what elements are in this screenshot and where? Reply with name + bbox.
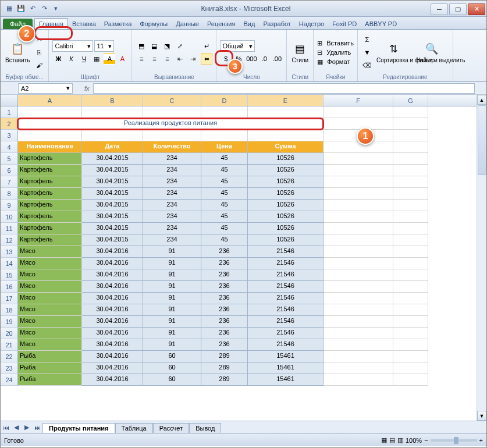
cell-name[interactable]: Картофель — [18, 223, 82, 234]
cell-date[interactable]: 30.04.2016 — [82, 362, 143, 374]
sort-filter-button[interactable]: ⇅ Сортировка и фильтр — [375, 41, 413, 65]
cell-date[interactable]: 30.04.2015 — [82, 234, 143, 246]
indent-decrease-icon[interactable]: ⇤ — [174, 53, 186, 65]
cell-date[interactable]: 30.04.2016 — [82, 304, 143, 316]
sheet-nav-first-icon[interactable]: ⏮ — [1, 422, 11, 433]
rowhead-18[interactable]: 18 — [1, 304, 18, 316]
cell-sum[interactable]: 21546 — [248, 246, 324, 258]
cell-qty[interactable]: 91 — [143, 258, 201, 269]
sheet-tab-1[interactable]: Таблица — [115, 423, 153, 433]
tab-view[interactable]: Вид — [239, 19, 259, 29]
cell-qty[interactable]: 234 — [143, 165, 201, 176]
cell-sum[interactable]: 10526 — [248, 211, 324, 223]
rowhead-24[interactable]: 24 — [1, 374, 18, 386]
zoom-slider[interactable] — [431, 439, 477, 442]
tab-formulas[interactable]: Формулы — [136, 19, 172, 29]
cell-price[interactable]: 45 — [201, 188, 248, 200]
scroll-down-icon[interactable]: ▼ — [477, 411, 486, 421]
rowhead-17[interactable]: 17 — [1, 293, 18, 304]
cell-price[interactable]: 45 — [201, 234, 248, 246]
redo-icon[interactable]: ↷ — [39, 3, 49, 14]
format-painter-icon[interactable]: 🖌 — [33, 59, 45, 71]
cell-date[interactable]: 30.04.2016 — [82, 269, 143, 281]
rowhead-14[interactable]: 14 — [1, 258, 18, 269]
cell-qty[interactable]: 91 — [143, 246, 201, 258]
cells-area[interactable]: Реализация продуктов питания Наименовани… — [18, 106, 428, 386]
cell-qty[interactable]: 91 — [143, 304, 201, 316]
colhead-f[interactable]: F — [324, 95, 393, 106]
underline-button[interactable]: Ч — [78, 53, 90, 65]
tab-layout[interactable]: Разметка — [100, 19, 136, 29]
cell-qty[interactable]: 60 — [143, 351, 201, 362]
cell-price[interactable]: 45 — [201, 223, 248, 234]
table-row[interactable]: Картофель30.04.20152344510526 — [18, 176, 428, 188]
cell-qty[interactable]: 234 — [143, 188, 201, 200]
rowhead-7[interactable]: 7 — [1, 176, 18, 188]
fill-color-icon[interactable]: A — [104, 53, 115, 65]
rowhead-5[interactable]: 5 — [1, 153, 18, 165]
minimize-button[interactable]: ─ — [431, 3, 448, 15]
cell-qty[interactable]: 91 — [143, 269, 201, 281]
maximize-button[interactable]: ▢ — [449, 3, 467, 15]
cell-sum[interactable]: 21546 — [248, 316, 324, 328]
table-row[interactable]: Мясо30.04.20169123621546 — [18, 328, 428, 339]
cell-price[interactable]: 236 — [201, 258, 248, 269]
fx-icon[interactable]: fx — [84, 85, 90, 92]
cell-date[interactable]: 30.04.2016 — [82, 258, 143, 269]
insert-cells-button[interactable]: ⊞ Вставить — [317, 40, 354, 47]
wrap-text-icon[interactable]: ↵ — [201, 40, 212, 52]
table-row[interactable]: Картофель30.04.20152344510526 — [18, 188, 428, 200]
cell-name[interactable]: Мясо — [18, 304, 82, 316]
cell-price[interactable]: 45 — [201, 211, 248, 223]
zoom-out-icon[interactable]: − — [424, 437, 428, 444]
table-row[interactable]: Картофель30.04.20152344510526 — [18, 211, 428, 223]
cell-name[interactable]: Мясо — [18, 281, 82, 293]
cell-sum[interactable]: 15461 — [248, 351, 324, 362]
cell-price[interactable]: 289 — [201, 362, 248, 374]
cell-price[interactable]: 236 — [201, 246, 248, 258]
rowhead-6[interactable]: 6 — [1, 165, 18, 176]
cell-date[interactable]: 30.04.2016 — [82, 339, 143, 351]
align-left-icon[interactable]: ≡ — [136, 53, 147, 65]
autosum-icon[interactable]: Σ — [361, 34, 373, 45]
colhead-e[interactable]: E — [248, 95, 324, 106]
colhead-c[interactable]: C — [143, 95, 201, 106]
cell-name[interactable]: Картофель — [18, 234, 82, 246]
table-row[interactable]: Картофель30.04.20152344510526 — [18, 153, 428, 165]
table-row[interactable]: Мясо30.04.20169123621546 — [18, 281, 428, 293]
rowhead-21[interactable]: 21 — [1, 339, 18, 351]
cell-sum[interactable]: 15461 — [248, 362, 324, 374]
table-row[interactable]: Картофель30.04.20152344510526 — [18, 165, 428, 176]
tab-home[interactable]: Главная — [34, 18, 68, 29]
sheet-title-cell[interactable]: Реализация продуктов питания — [18, 118, 324, 130]
colhead-b[interactable]: B — [82, 95, 143, 106]
cell-name[interactable]: Мясо — [18, 328, 82, 339]
tab-addins[interactable]: Надстро — [295, 19, 328, 29]
sheet-tab-3[interactable]: Вывод — [189, 423, 221, 433]
cell-sum[interactable]: 21546 — [248, 293, 324, 304]
tab-review[interactable]: Рецензия — [203, 19, 240, 29]
zoom-in-icon[interactable]: + — [479, 437, 483, 444]
cell-name[interactable]: Рыба — [18, 374, 82, 386]
clear-icon[interactable]: ⌫ — [361, 59, 373, 71]
font-color-icon[interactable]: A — [116, 53, 128, 65]
align-bottom-icon[interactable]: ⬔ — [161, 40, 173, 52]
find-select-button[interactable]: 🔍 Найти и выделить — [415, 41, 449, 65]
header-price[interactable]: Цена — [201, 141, 248, 153]
cell-sum[interactable]: 10526 — [248, 176, 324, 188]
cell-qty[interactable]: 60 — [143, 374, 201, 386]
cell-price[interactable]: 289 — [201, 374, 248, 386]
cell-name[interactable]: Картофель — [18, 200, 82, 211]
styles-button[interactable]: ▤ Стили — [290, 41, 310, 65]
cell-price[interactable]: 289 — [201, 351, 248, 362]
vertical-scrollbar[interactable]: ▲ ▼ — [477, 95, 486, 421]
rowhead-19[interactable]: 19 — [1, 316, 18, 328]
scroll-thumb[interactable] — [478, 105, 486, 175]
cell-qty[interactable]: 234 — [143, 211, 201, 223]
close-button[interactable]: ✕ — [468, 3, 485, 15]
cell-price[interactable]: 45 — [201, 200, 248, 211]
cell-qty[interactable]: 91 — [143, 339, 201, 351]
view-normal-icon[interactable]: ▦ — [381, 436, 387, 444]
colhead-d[interactable]: D — [201, 95, 248, 106]
italic-button[interactable]: К — [65, 53, 77, 65]
